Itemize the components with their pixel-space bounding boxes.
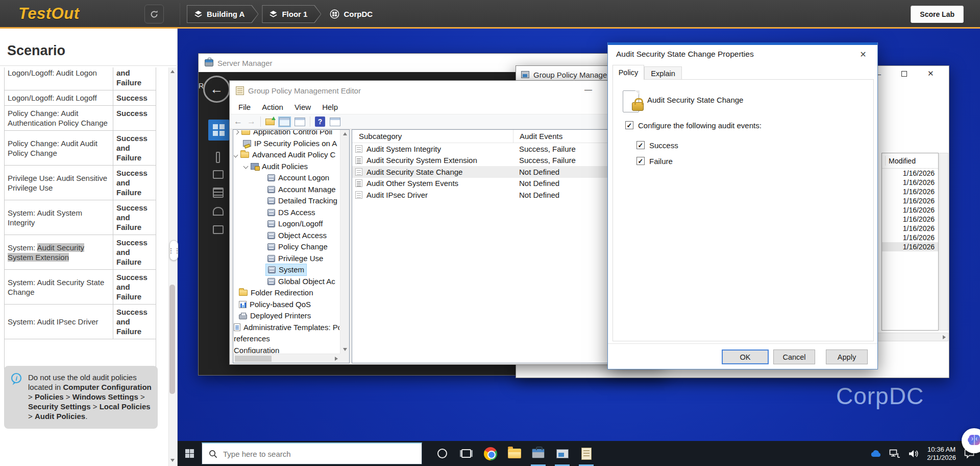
export-list-icon[interactable] — [265, 119, 275, 125]
gpo-row[interactable]: 1/16/2026 — [882, 178, 938, 187]
scrollbar-thumb[interactable] — [235, 356, 272, 362]
tree-item-object-access[interactable]: Object Access — [234, 230, 339, 242]
tree-item-advanced-audit-policy[interactable]: Advanced Audit Policy C — [234, 149, 339, 161]
panel-resize-handle[interactable]: ⋮⋮ — [169, 240, 178, 261]
new-window-icon[interactable] — [330, 118, 340, 126]
breadcrumb-building[interactable]: Building A — [187, 5, 258, 23]
cortana-button[interactable] — [430, 441, 454, 466]
gpo-row[interactable]: 1/16/2026 — [882, 233, 938, 242]
apply-button[interactable]: Apply — [826, 350, 868, 364]
tree-item-account-management[interactable]: Account Manage — [234, 184, 339, 196]
storage-icon[interactable] — [213, 225, 224, 234]
task-view-button[interactable] — [454, 441, 478, 466]
forward-icon[interactable]: → — [247, 116, 256, 127]
gpo-list-panel[interactable]: Modified 1/16/2026 1/16/2026 1/16/2026 1… — [881, 153, 939, 331]
tree-item-privilege-use[interactable]: Privilege Use — [234, 253, 339, 265]
tree-item-ds-access[interactable]: DS Access — [234, 207, 339, 219]
ok-button[interactable]: OK — [722, 350, 769, 364]
maximize-icon[interactable] — [901, 71, 907, 77]
tree-item-audit-policies[interactable]: Audit Policies — [234, 161, 339, 173]
tree-item-administrative-templates[interactable]: Administrative Templates: Polic — [234, 322, 339, 334]
gpm-vertical-scrollbar[interactable] — [939, 153, 948, 331]
scroll-down-icon[interactable] — [343, 348, 347, 351]
close-icon[interactable]: ✕ — [927, 69, 934, 78]
column-header-subcategory[interactable]: Subcategory — [352, 132, 513, 141]
scroll-right-icon[interactable] — [335, 357, 338, 361]
success-checkbox[interactable]: ✓ — [636, 141, 645, 149]
chrome-button[interactable] — [478, 441, 502, 466]
gpo-row[interactable]: 1/16/2026 — [882, 169, 938, 178]
panel-scrollbar-thumb[interactable] — [169, 285, 175, 394]
gpme-taskbar-button[interactable] — [574, 441, 598, 466]
menu-action[interactable]: Action — [256, 103, 289, 111]
configure-checkbox[interactable]: ✓ — [625, 121, 633, 129]
scroll-right-icon[interactable] — [943, 335, 946, 339]
minimize-icon[interactable]: — — [584, 85, 592, 94]
tree-item-account-logon[interactable]: Account Logon — [234, 172, 339, 184]
tree-item-application-control-policies[interactable]: Application Control Poli — [234, 130, 339, 138]
breadcrumb-corpdc[interactable]: CorpDC — [330, 9, 373, 19]
back-button[interactable]: ← — [203, 76, 230, 103]
gpo-row[interactable]: 1/16/2026 — [882, 187, 938, 196]
start-button[interactable] — [178, 441, 202, 466]
tree-vertical-scrollbar[interactable] — [340, 130, 349, 354]
chevron-down-icon[interactable] — [243, 164, 249, 169]
network-icon[interactable] — [889, 449, 900, 458]
file-explorer-button[interactable] — [502, 441, 526, 466]
refresh-button[interactable] — [144, 5, 164, 24]
services-icon[interactable] — [213, 188, 224, 198]
dashboard-tile[interactable] — [208, 120, 229, 141]
tree-item-detailed-tracking[interactable]: Detailed Tracking — [234, 195, 339, 207]
server-manager-taskbar-button[interactable] — [526, 441, 550, 466]
modified-column-header[interactable]: Modified — [882, 153, 938, 169]
all-servers-icon[interactable] — [213, 170, 224, 179]
gpo-row[interactable]: 1/16/2026 — [882, 205, 938, 215]
chevron-right-icon[interactable] — [234, 130, 239, 134]
speaker-icon[interactable] — [908, 449, 919, 458]
menu-view[interactable]: View — [289, 103, 316, 111]
audit-properties-dialog[interactable]: Audit Security State Change Properties ✕… — [607, 42, 878, 369]
scroll-up-icon[interactable] — [170, 70, 175, 73]
close-icon[interactable]: ✕ — [857, 48, 869, 60]
tree-item-policy-based-qos[interactable]: Policy-based QoS — [234, 299, 339, 311]
tree-item-logon-logoff[interactable]: Logon/Logoff — [234, 218, 339, 230]
tab-explain[interactable]: Explain — [644, 66, 682, 80]
tree-item-ip-security-policies[interactable]: IP Security Policies on A — [234, 138, 339, 150]
tree-item-preferences-clipped[interactable]: references — [234, 333, 339, 345]
gpm-taskbar-button[interactable] — [550, 441, 574, 466]
tree-item-deployed-printers[interactable]: Deployed Printers — [234, 310, 339, 322]
failure-checkbox[interactable]: ✓ — [636, 157, 645, 165]
show-console-tree-icon[interactable] — [279, 118, 290, 126]
scroll-up-icon[interactable] — [343, 132, 347, 135]
tree-item-configuration-clipped[interactable]: Configuration — [234, 345, 339, 354]
search-input[interactable] — [223, 450, 407, 458]
tree-item-policy-change[interactable]: Policy Change — [234, 241, 339, 253]
console-tree-pane[interactable]: Application Control Poli IP Security Pol… — [233, 129, 350, 363]
menu-help[interactable]: Help — [316, 103, 344, 111]
tab-policy[interactable]: Policy — [612, 65, 644, 80]
scroll-down-icon[interactable] — [170, 459, 175, 462]
gpo-row[interactable]: 1/16/2026 — [882, 224, 938, 233]
help-icon[interactable]: ? — [315, 116, 325, 127]
tree-item-global-object-access[interactable]: Global Object Ac — [234, 276, 339, 288]
menu-file[interactable]: File — [233, 103, 256, 111]
back-icon[interactable]: ← — [234, 116, 242, 127]
onedrive-icon[interactable] — [870, 450, 881, 457]
users-icon[interactable] — [213, 207, 224, 216]
local-server-icon[interactable] — [216, 152, 220, 163]
taskbar-clock[interactable]: 10:36 AM 2/11/2026 — [927, 446, 956, 462]
score-lab-button[interactable]: Score Lab — [911, 6, 964, 23]
gpo-row[interactable]: 1/16/2026 — [882, 196, 938, 205]
properties-icon[interactable] — [295, 118, 305, 126]
tree-item-system-selected[interactable]: System — [234, 264, 339, 276]
cancel-button[interactable]: Cancel — [773, 350, 815, 364]
taskbar-search[interactable] — [202, 442, 422, 464]
tree-item-folder-redirection[interactable]: Folder Redirection — [234, 287, 339, 299]
gpme-window[interactable]: Group Policy Management Editor — File Ac… — [229, 80, 665, 365]
breadcrumb-floor[interactable]: Floor 1 — [262, 5, 321, 23]
tree-horizontal-scrollbar[interactable] — [233, 354, 340, 363]
panel-scrollbar[interactable] — [168, 67, 176, 466]
gpo-row-selected[interactable]: 1/16/2026 — [882, 242, 938, 251]
chevron-down-icon[interactable] — [234, 152, 238, 157]
gpo-row[interactable]: 1/16/2026 — [882, 215, 938, 224]
